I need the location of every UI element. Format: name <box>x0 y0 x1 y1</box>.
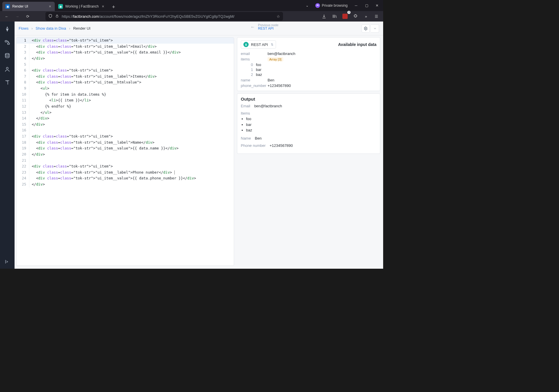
code-content[interactable]: {% for item in data.items %} <box>29 92 234 98</box>
source-node-chip[interactable]: ⏸ REST API ⇅ <box>241 40 276 49</box>
code-content[interactable]: </div> <box>29 152 234 158</box>
extensions-icon[interactable] <box>351 12 360 21</box>
code-content[interactable]: <div class=class="tok-str">"ui_item__htm… <box>29 79 234 85</box>
code-content[interactable]: </div> <box>29 115 234 122</box>
editor-line[interactable]: 14 </div> <box>17 115 234 122</box>
new-tab-button[interactable]: + <box>109 3 118 11</box>
code-editor[interactable]: 1<div class=class="tok-str">"ui_item">2 … <box>16 37 234 266</box>
editor-line[interactable]: 8 <div class=class="tok-str">"ui_item__h… <box>17 79 234 85</box>
editor-line[interactable]: 2 <div class=class="tok-str">"ui_item__l… <box>17 44 234 50</box>
code-content[interactable]: <li>{{ item }}</li> <box>29 97 234 104</box>
code-content[interactable]: </ul> <box>29 110 234 116</box>
previous-node-link[interactable]: ← Previous node REST API <box>250 23 278 31</box>
code-content[interactable]: </div> <box>29 122 234 128</box>
ublock-icon[interactable]: 3 <box>341 12 349 21</box>
code-content[interactable] <box>29 62 234 68</box>
code-content[interactable]: <ul> <box>29 85 234 92</box>
crumb-flows[interactable]: Flows <box>19 26 29 31</box>
library-icon[interactable] <box>330 12 339 21</box>
browser-tab-active[interactable]: ▣ Render UI × <box>2 2 55 11</box>
code-content[interactable]: <div class=class="tok-str">"ui_item__lab… <box>29 140 234 146</box>
editor-line[interactable]: 15</div> <box>17 122 234 128</box>
line-number: 1 <box>17 38 29 44</box>
editor-line[interactable]: 25</div> <box>17 181 234 188</box>
bookmark-icon[interactable]: ☆ <box>277 14 280 19</box>
code-content[interactable] <box>29 158 234 164</box>
kv-val: Ben <box>268 78 376 82</box>
editor-line[interactable]: 13 </ul> <box>17 110 234 116</box>
downloads-icon[interactable] <box>320 12 328 21</box>
output-card: Output Email ben@factbranch Items foo ba… <box>237 93 380 154</box>
editor-line[interactable]: 18 <div class=class="tok-str">"ui_item__… <box>17 140 234 146</box>
expand-icon[interactable] <box>371 24 379 33</box>
settings-icon[interactable] <box>362 24 370 33</box>
code-content[interactable]: {% endfor %} <box>29 104 234 110</box>
crumb-flow-name[interactable]: Show data in Dixa <box>36 26 66 31</box>
editor-line[interactable]: 3 <div class=class="tok-str">"ui_item__v… <box>17 49 234 56</box>
editor-line[interactable]: 19 <div class=class="tok-str">"ui_item__… <box>17 145 234 152</box>
code-content[interactable]: <div class=class="tok-str">"ui_item"> <box>29 38 234 44</box>
close-window-icon[interactable]: ✕ <box>373 1 381 10</box>
out-value: ben@factbranch <box>254 104 282 108</box>
editor-line[interactable]: 24 <div class=class="tok-str">"ui_item__… <box>17 175 234 181</box>
browser-tab[interactable]: ◉ Working | FactBranch × <box>55 2 108 11</box>
collapse-icon[interactable] <box>3 257 12 266</box>
shield-icon[interactable] <box>48 14 52 19</box>
tab-close-icon[interactable]: × <box>101 4 105 9</box>
editor-line[interactable]: 9 <ul> <box>17 85 234 92</box>
code-content[interactable]: <div class=class="tok-str">"ui_item"> <box>29 67 234 74</box>
maximize-icon[interactable]: ▢ <box>362 1 371 10</box>
minimize-icon[interactable]: ─ <box>352 1 360 10</box>
editor-line[interactable]: 17<div class=class="tok-str">"ui_item"> <box>17 133 234 140</box>
code-content[interactable]: <div class=class="tok-str">"ui_item__val… <box>29 49 234 56</box>
code-content[interactable]: </div> <box>29 181 234 188</box>
out-label: Phone number <box>241 143 266 148</box>
private-label: Private browsing <box>322 3 348 8</box>
logo-icon[interactable] <box>3 24 12 34</box>
editor-line[interactable]: 11 <li>{{ item }}</li> <box>17 97 234 104</box>
data-icon[interactable] <box>3 51 12 60</box>
code-content[interactable]: <div class=class="tok-str">"ui_item"> <box>29 133 234 140</box>
editor-line[interactable]: 20</div> <box>17 152 234 158</box>
url-bar[interactable]: https://factbranch.com/account/flows/nod… <box>45 12 283 21</box>
flows-icon[interactable] <box>3 38 12 47</box>
code-content[interactable]: <div class=class="tok-str">"ui_item__lab… <box>29 170 234 176</box>
docs-icon[interactable] <box>3 78 12 87</box>
tab-close-icon[interactable]: × <box>48 4 52 9</box>
editor-line[interactable]: 5 <box>17 62 234 68</box>
code-content[interactable]: <div class=class="tok-str">"ui_item"> <box>29 163 234 170</box>
editor-line[interactable]: 10 {% for item in data.items %} <box>17 92 234 98</box>
editor-line[interactable]: 1<div class=class="tok-str">"ui_item"> <box>17 38 234 44</box>
code-content[interactable]: </div> <box>29 56 234 62</box>
forward-icon[interactable]: → <box>13 12 22 21</box>
array-type-badge: Array [3] <box>268 57 283 61</box>
code-content[interactable]: <div class=class="tok-str">"ui_item__val… <box>29 175 234 181</box>
code-content[interactable] <box>29 127 234 133</box>
item-value: baz <box>256 72 376 77</box>
line-number: 5 <box>17 62 29 68</box>
list-item: foo <box>246 116 376 122</box>
output-title: Output <box>241 97 376 101</box>
lock-icon[interactable] <box>55 14 59 19</box>
editor-line[interactable]: 23 <div class=class="tok-str">"ui_item__… <box>17 170 234 176</box>
line-number: 19 <box>17 145 29 152</box>
reload-icon[interactable]: ⟳ <box>23 12 32 21</box>
back-icon[interactable]: ← <box>2 12 11 21</box>
editor-line[interactable]: 21 <box>17 158 234 164</box>
line-number: 18 <box>17 140 29 146</box>
editor-line[interactable]: 16 <box>17 127 234 133</box>
code-content[interactable]: <div class=class="tok-str">"ui_item__lab… <box>29 74 234 80</box>
code-content[interactable]: <div class=class="tok-str">"ui_item__lab… <box>29 44 234 50</box>
editor-line[interactable]: 4</div> <box>17 56 234 62</box>
editor-line[interactable]: 22<div class=class="tok-str">"ui_item"> <box>17 163 234 170</box>
user-icon[interactable] <box>3 65 12 74</box>
editor-line[interactable]: 12 {% endfor %} <box>17 104 234 110</box>
code-content[interactable]: <div class=class="tok-str">"ui_item__val… <box>29 145 234 152</box>
overflow-icon[interactable]: » <box>362 12 370 21</box>
input-data-grid: email ben@factbranch items Array [3] 0 f… <box>241 51 376 88</box>
tabs-dropdown-icon[interactable]: ⌄ <box>303 1 311 10</box>
editor-line[interactable]: 6<div class=class="tok-str">"ui_item"> <box>17 67 234 74</box>
out-label: Name <box>241 136 251 140</box>
editor-line[interactable]: 7 <div class=class="tok-str">"ui_item__l… <box>17 74 234 80</box>
app-menu-icon[interactable]: ☰ <box>372 12 381 21</box>
